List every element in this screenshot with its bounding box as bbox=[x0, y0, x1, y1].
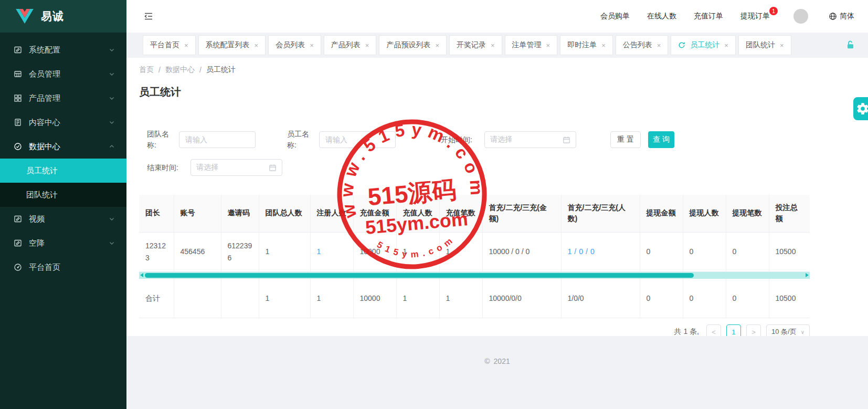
start-time-label: 开始时间: bbox=[441, 134, 478, 145]
dashboard-icon bbox=[14, 263, 22, 271]
avatar[interactable] bbox=[793, 9, 808, 24]
start-date-placeholder: 请选择 bbox=[490, 135, 512, 144]
cell-bet-total: 10500 bbox=[769, 232, 810, 271]
summary-cell bbox=[221, 279, 259, 318]
sidebar-item-member-management[interactable]: 会员管理 bbox=[0, 62, 126, 86]
col-first-charge-counts: 首充/二充/三充(人数) bbox=[561, 195, 640, 232]
breadcrumb-data-center[interactable]: 数据中心 bbox=[165, 65, 195, 75]
tab-team-stats[interactable]: 团队统计× bbox=[738, 35, 791, 55]
edit-icon bbox=[14, 239, 22, 247]
refresh-icon[interactable] bbox=[678, 41, 685, 49]
close-icon[interactable]: × bbox=[255, 41, 259, 49]
close-icon[interactable]: × bbox=[780, 41, 784, 49]
registered-count-link[interactable]: 1 bbox=[317, 247, 321, 256]
globe-icon bbox=[829, 12, 837, 20]
breadcrumb-home[interactable]: 首页 bbox=[139, 65, 154, 75]
close-icon[interactable]: × bbox=[546, 41, 551, 49]
cell-recharge-users: 1 bbox=[396, 232, 439, 271]
tab-label: 平台首页 bbox=[150, 40, 179, 50]
tab-label: 员工统计 bbox=[690, 40, 719, 50]
col-recharge-users: 充值人数 bbox=[396, 195, 439, 232]
tab-bet-management[interactable]: 注单管理× bbox=[505, 35, 558, 55]
tab-bar: 平台首页× 系统配置列表× 会员列表× 产品列表× 产品预设列表× 开奖记录× … bbox=[126, 33, 868, 58]
sidebar-item-product-management[interactable]: 产品管理 bbox=[0, 86, 126, 110]
close-icon[interactable]: × bbox=[724, 41, 728, 49]
summary-cell: 10500 bbox=[769, 279, 810, 318]
sidebar-item-video[interactable]: 视频 bbox=[0, 207, 126, 231]
sidebar-item-data-center[interactable]: 数据中心 bbox=[0, 134, 126, 159]
first-charge-count-link[interactable]: 1 bbox=[568, 247, 572, 256]
close-icon[interactable]: × bbox=[657, 41, 661, 49]
tab-product-list[interactable]: 产品列表× bbox=[324, 35, 377, 55]
summary-cell: 10000 bbox=[353, 279, 396, 318]
scroll-left-icon[interactable] bbox=[140, 273, 143, 277]
withdraw-orders-badge: 1 bbox=[769, 7, 778, 15]
next-page-button[interactable]: > bbox=[746, 324, 761, 336]
sidebar-item-content-center[interactable]: 内容中心 bbox=[0, 110, 126, 134]
summary-cell: 1 bbox=[310, 279, 353, 318]
second-charge-count-link[interactable]: 0 bbox=[579, 247, 583, 256]
tab-realtime-bets[interactable]: 即时注单× bbox=[560, 35, 613, 55]
scrollbar-thumb[interactable] bbox=[145, 273, 694, 278]
cell-leader: 123123 bbox=[139, 232, 174, 271]
close-icon[interactable]: × bbox=[365, 41, 369, 49]
tab-system-config-list[interactable]: 系统配置列表× bbox=[198, 35, 266, 55]
collapse-sidebar-icon[interactable] bbox=[143, 11, 154, 22]
summary-cell: 0 bbox=[683, 279, 726, 318]
settings-drawer-button[interactable] bbox=[853, 97, 868, 120]
query-button[interactable]: 查 询 bbox=[648, 131, 674, 148]
sidebar-item-label: 产品管理 bbox=[29, 93, 60, 103]
page-size-select[interactable]: 10 条/页 ∨ bbox=[766, 324, 810, 336]
close-icon[interactable]: × bbox=[310, 41, 314, 49]
staff-name-input[interactable] bbox=[319, 131, 396, 148]
close-icon[interactable]: × bbox=[435, 41, 439, 49]
language-switch[interactable]: 简体 bbox=[829, 12, 854, 21]
start-date-picker[interactable]: 请选择 bbox=[484, 131, 576, 148]
tab-staff-stats[interactable]: 员工统计× bbox=[671, 35, 736, 55]
tab-label: 会员列表 bbox=[276, 40, 305, 50]
third-charge-count-link[interactable]: 0 bbox=[590, 247, 595, 256]
nav-withdraw-orders[interactable]: 提现订单 1 bbox=[740, 12, 770, 21]
tab-member-list[interactable]: 会员列表× bbox=[268, 35, 321, 55]
sidebar-item-label: 内容中心 bbox=[29, 118, 60, 128]
close-icon[interactable]: × bbox=[184, 41, 188, 49]
chevron-down-icon bbox=[109, 95, 115, 101]
team-name-input[interactable] bbox=[179, 131, 256, 148]
col-withdraw-count: 提现笔数 bbox=[726, 195, 769, 232]
close-icon[interactable]: × bbox=[601, 41, 606, 49]
col-first-charge-amounts: 首充/二充/三充(金额) bbox=[482, 195, 561, 232]
sidebar-item-system-config[interactable]: 系统配置 bbox=[0, 38, 126, 62]
sidebar-subitem-team-stats[interactable]: 团队统计 bbox=[0, 183, 126, 207]
tab-announcement-list[interactable]: 公告列表× bbox=[616, 35, 669, 55]
chevron-down-icon bbox=[109, 216, 115, 222]
sidebar-item-label: 数据中心 bbox=[29, 142, 60, 152]
page-size-value: 10 条/页 bbox=[771, 327, 797, 336]
nav-recharge-orders[interactable]: 充值订单 bbox=[694, 12, 723, 21]
end-date-picker[interactable]: 请选择 bbox=[190, 159, 282, 176]
summary-label: 合计 bbox=[139, 279, 174, 318]
close-icon[interactable]: × bbox=[491, 41, 495, 49]
horizontal-scrollbar[interactable] bbox=[139, 272, 810, 279]
prev-page-button[interactable]: < bbox=[706, 324, 721, 336]
lock-icon[interactable] bbox=[846, 39, 855, 50]
nav-member-orders[interactable]: 会员购单 bbox=[600, 12, 630, 21]
reset-button[interactable]: 重 置 bbox=[610, 131, 641, 148]
cell-withdraw-count: 0 bbox=[726, 232, 769, 271]
calendar-icon bbox=[563, 136, 570, 144]
filter-form: 团队名称: 员工名称: 开始时间: 请选择 bbox=[139, 129, 810, 176]
tab-product-preset-list[interactable]: 产品预设列表× bbox=[379, 35, 447, 55]
sidebar-item-platform-home[interactable]: 平台首页 bbox=[0, 255, 126, 279]
page-number-button[interactable]: 1 bbox=[726, 324, 741, 336]
brand-name: 易诚 bbox=[41, 9, 64, 24]
tab-platform-home[interactable]: 平台首页× bbox=[143, 35, 196, 55]
sidebar-subitem-staff-stats[interactable]: 员工统计 bbox=[0, 159, 126, 183]
nav-online-count[interactable]: 在线人数 bbox=[647, 12, 676, 21]
edit-icon bbox=[14, 215, 22, 223]
vue-logo-icon bbox=[16, 9, 34, 24]
sidebar-item-airdrop[interactable]: 空降 bbox=[0, 231, 126, 255]
tab-lottery-records[interactable]: 开奖记录× bbox=[449, 35, 502, 55]
total-count-label: 共 1 条, bbox=[674, 327, 699, 336]
document-icon bbox=[14, 118, 22, 127]
scroll-right-icon[interactable] bbox=[806, 273, 809, 277]
sidebar-subitem-label: 员工统计 bbox=[26, 166, 58, 176]
